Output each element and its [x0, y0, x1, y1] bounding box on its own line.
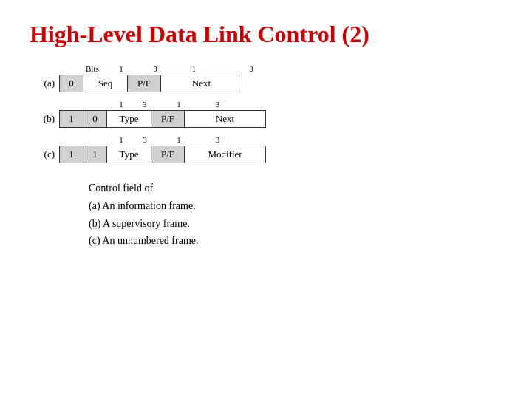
- bits-b-2: 3: [133, 100, 157, 109]
- bits-b-1: 1: [109, 100, 133, 109]
- cell-b-type: Type: [107, 111, 151, 128]
- bits-header-a: Bits 1 3 1 3: [86, 64, 502, 73]
- frame-row-c: (c) 1 1 Type P/F Modifier: [37, 146, 502, 163]
- cell-a-next: Next: [161, 75, 242, 92]
- bits-c-4: 3: [201, 135, 234, 144]
- row-label-a: (a): [37, 78, 59, 89]
- cell-b-next: Next: [185, 111, 266, 128]
- cell-c-1: 1: [60, 146, 83, 163]
- bits-c-2: 3: [133, 135, 157, 144]
- page-title: High-Level Data Link Control (2): [30, 21, 502, 48]
- cell-b-0: 0: [83, 111, 107, 128]
- bits-c-1: 1: [109, 135, 133, 144]
- diagram-area: Bits 1 3 1 3 (a) 0 Seq P/F Next: [37, 64, 502, 163]
- bits-header-c: 1 3 1 3: [86, 135, 502, 144]
- page: High-Level Data Link Control (2) Bits 1 …: [0, 0, 532, 399]
- bits-b-4: 3: [201, 100, 234, 109]
- cell-b-1: 1: [60, 111, 83, 128]
- bits-a-4: 3: [211, 64, 292, 73]
- cell-c-2: 1: [83, 146, 107, 163]
- frame-row-a: (a) 0 Seq P/F Next: [37, 75, 502, 92]
- frame-table-c: 1 1 Type P/F Modifier: [59, 146, 266, 163]
- cell-b-pf: P/F: [151, 111, 185, 128]
- bits-a-2: 3: [133, 64, 177, 73]
- cell-c-pf: P/F: [151, 146, 185, 163]
- cell-a-0: 0: [60, 75, 83, 92]
- frame-table-b: 1 0 Type P/F Next: [59, 110, 266, 128]
- row-label-c: (c): [37, 149, 59, 160]
- row-c-container: 1 3 1 3 (c) 1 1 Type P/F Modifier: [37, 135, 502, 163]
- row-label-b: (b): [37, 113, 59, 125]
- frame-table-a: 0 Seq P/F Next: [59, 75, 242, 92]
- caption-area: Control field of (a) An information fram…: [89, 180, 502, 250]
- bits-label: Bits: [86, 64, 109, 73]
- cell-a-seq: Seq: [83, 75, 128, 92]
- bits-a-3: 1: [177, 64, 211, 73]
- bits-b-3: 1: [157, 100, 201, 109]
- bits-c-3: 1: [157, 135, 201, 144]
- caption-line-c: (c) An unnumbered frame.: [89, 232, 502, 250]
- frame-row-b: (b) 1 0 Type P/F Next: [37, 110, 502, 128]
- row-a-container: Bits 1 3 1 3 (a) 0 Seq P/F Next: [37, 64, 502, 92]
- row-b-container: 1 3 1 3 (b) 1 0 Type P/F Next: [37, 100, 502, 128]
- caption-line-a: (a) An information frame.: [89, 197, 502, 215]
- cell-c-modifier: Modifier: [185, 146, 266, 163]
- cell-c-type: Type: [107, 146, 151, 163]
- cell-a-pf: P/F: [128, 75, 161, 92]
- bits-a-1: 1: [109, 64, 133, 73]
- caption-line-b: (b) A supervisory frame.: [89, 215, 502, 233]
- caption-intro: Control field of: [89, 180, 502, 197]
- bits-header-b: 1 3 1 3: [86, 100, 502, 109]
